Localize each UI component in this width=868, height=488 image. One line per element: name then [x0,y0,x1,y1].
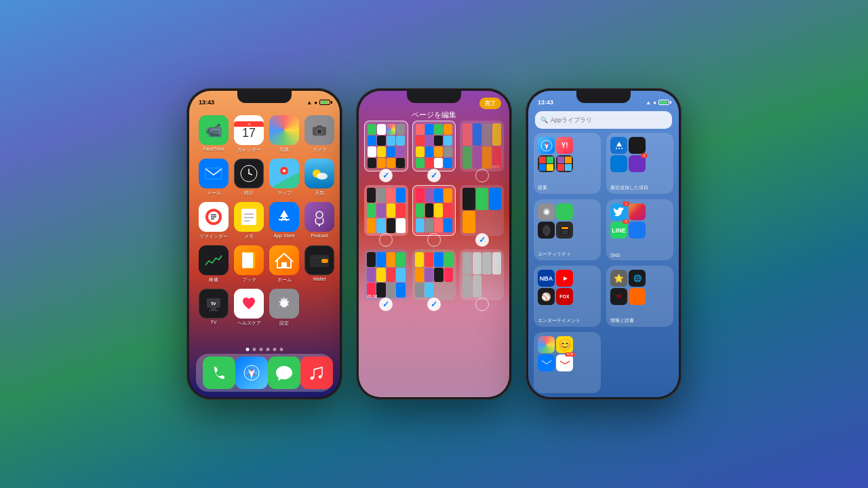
health-icon-wrap[interactable]: ヘルスケア [234,289,264,327]
svg-text:tv: tv [211,300,216,306]
appletv-icon[interactable]: tv [199,289,229,319]
svg-rect-34 [211,308,216,310]
svg-point-23 [316,211,323,218]
t5-app6 [425,203,434,218]
mail-icon[interactable] [199,159,229,188]
folder-utilities[interactable]: ユーティリティ [534,199,601,260]
reminders-icon[interactable] [199,202,229,232]
weather-icon-wrap[interactable]: 天気 [304,159,334,197]
calendar-icon-wrap[interactable]: 木 17 カレンダー [234,115,264,153]
home-icon[interactable] [269,245,299,275]
dock-safari[interactable] [235,357,268,389]
photos-icon[interactable] [269,115,299,145]
maps-icon-wrap[interactable]: マップ [269,159,299,197]
folder-photos-misc[interactable]: 😊 35,749 [534,332,601,393]
t4-app1 [367,188,376,203]
dock-phone[interactable] [203,357,235,389]
check-filled-6[interactable]: ✓ [475,233,489,247]
thumb-wrap-1: ✓ [364,121,408,171]
appstore-icon-wrap[interactable]: App Store [269,202,299,240]
calendar-icon[interactable]: 木 17 [234,115,264,145]
t5-app3 [434,188,443,203]
calc-util [556,222,573,239]
page-thumb-9[interactable] [460,249,504,300]
search-placeholder: Appライブラリ [551,116,592,125]
time-3: 13:43 [538,99,553,106]
clock-icon-wrap[interactable]: 時計 [234,159,264,197]
t4-app3 [387,188,395,203]
check-8[interactable]: ✓ [427,298,441,311]
page-thumb-3[interactable]: 26% [460,121,504,171]
facetime-icon[interactable]: 📹 [199,115,229,145]
page-thumb-7[interactable]: 23:32 [364,249,408,300]
library-grid: Y! [534,133,673,393]
t5-app5 [416,203,425,218]
reminders-icon-wrap[interactable]: リマインダー [199,202,229,240]
folder-recent[interactable]: 6 最近追加した項目 [606,133,673,194]
folder-suggestions[interactable]: Y! [534,133,601,194]
folder-sns[interactable]: 1 10 LINE SNS [606,199,673,260]
page-thumb-1[interactable] [364,121,408,171]
check-empty-4[interactable] [379,233,393,247]
sns-apps: 1 10 LINE [610,203,646,239]
iphone-2: 完了 ページを編集 [356,88,512,400]
thumb-wrap-8: ✓ [412,249,456,300]
wallet-icon-wrap[interactable]: Wallet [304,245,334,283]
health-icon[interactable] [234,289,264,319]
dock-messages-icon[interactable] [268,357,300,389]
mail-icon-wrap[interactable]: メール [199,159,229,197]
books-icon-wrap[interactable]: ブック [234,245,264,283]
appstore-icon[interactable] [269,202,299,232]
check-1[interactable]: ✓ [379,169,393,182]
appletv-icon-wrap[interactable]: tv TV [199,289,229,327]
mail-in-bottom [538,354,555,371]
home-icon-wrap[interactable]: ホーム [269,245,299,283]
t4-app6 [376,203,385,218]
page-thumb-4[interactable] [364,185,408,236]
nba-in-ent: NBA [538,270,555,287]
folder-entertainment[interactable]: NBA ⚾ FOX エンターテイメント [534,266,601,327]
clock-icon[interactable] [234,159,264,188]
t5-app2 [425,188,434,203]
facetime-icon-wrap[interactable]: 📹 FaceTime [199,115,229,153]
check-empty-9[interactable] [475,298,489,311]
stocks-icon[interactable] [199,245,229,275]
check-empty-5[interactable] [427,233,441,247]
page-thumb-6[interactable] [460,185,504,236]
notes-icon-wrap[interactable]: メモ [234,202,264,240]
iphone-1: 13:43 ▲ ● 📹 FaceTime 木 [186,88,342,400]
settings-icon-wrap[interactable]: 設定 [269,289,299,327]
folder-info[interactable]: ⭐ 🌐 Y! 情報と読書 [606,266,673,327]
wallet-icon[interactable] [304,245,334,275]
dock-phone-icon[interactable] [203,357,235,389]
check-7[interactable]: ✓ [379,298,393,311]
podcast-icon[interactable] [304,202,334,232]
settings-icon[interactable] [269,289,299,319]
health-label: ヘルスケア [237,320,261,327]
check-empty-3[interactable] [475,169,489,182]
done-button[interactable]: 完了 [479,98,501,109]
t1-app15 [387,158,395,169]
weather-icon[interactable] [304,159,334,188]
podcast-icon-wrap[interactable]: Podcast [304,202,334,240]
dock-messages[interactable] [268,357,300,389]
dock-music[interactable] [300,357,333,389]
camera-icon[interactable] [304,115,334,145]
signal-icon: ● [314,100,317,106]
stocks-icon-wrap[interactable]: 株価 [199,245,229,283]
t2-app5 [416,136,425,146]
dock-safari-icon[interactable] [235,357,268,389]
folder-suggestions-inner: Y! [538,137,597,172]
check-2[interactable]: ✓ [427,169,441,182]
stocks-label: 株価 [209,277,218,283]
page-thumb-8[interactable] [412,249,456,300]
maps-icon[interactable] [269,159,299,188]
photos-icon-wrap[interactable]: 写真 [269,115,299,153]
page-thumb-2[interactable] [412,121,456,171]
search-bar[interactable]: 🔍 Appライブラリ [535,111,672,129]
page-thumb-5[interactable] [412,185,456,236]
dock-music-icon[interactable] [300,357,333,389]
books-icon[interactable] [234,245,264,275]
camera-icon-wrap[interactable]: カメラ [304,115,334,153]
notes-icon[interactable] [234,202,264,232]
